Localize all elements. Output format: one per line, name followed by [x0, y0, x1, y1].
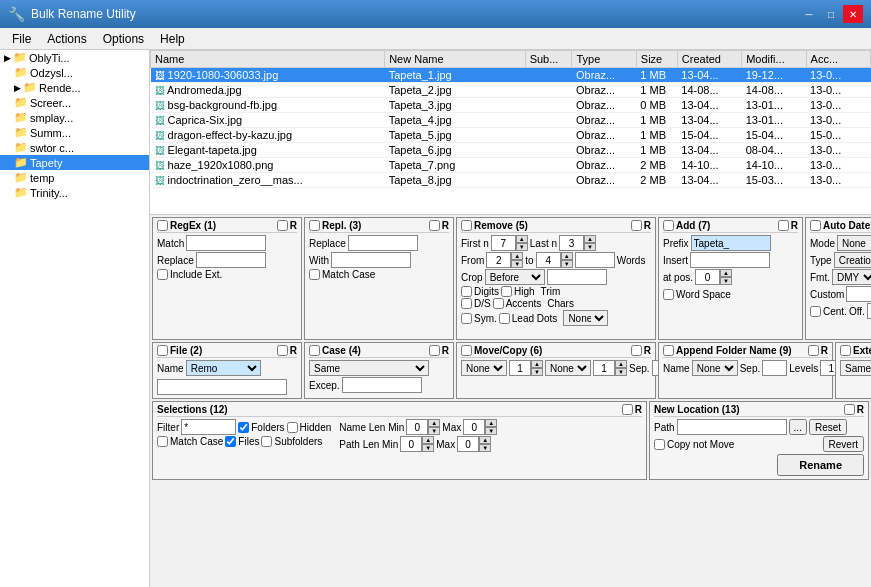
add-r[interactable] [778, 220, 789, 231]
copymove-check[interactable] [654, 439, 665, 450]
col-created[interactable]: Created [677, 51, 741, 68]
menu-options[interactable]: Options [95, 30, 152, 48]
nmx-up[interactable]: ▲ [485, 419, 497, 427]
repl-with-input[interactable] [331, 252, 411, 268]
prefix-input[interactable] [691, 235, 771, 251]
sidebar-item[interactable]: ▶ 📁 Rende... [0, 80, 149, 95]
table-row[interactable]: 🖼 Andromeda.jpg Tapeta_2.jpg Obraz... 1 … [151, 83, 871, 98]
crop-input[interactable] [547, 269, 607, 285]
matchcase-check[interactable] [157, 436, 168, 447]
from-up[interactable]: ▲ [511, 252, 523, 260]
path-browse-button[interactable]: ... [789, 419, 807, 435]
sidebar-item-tapety[interactable]: 📁 Tapety [0, 155, 149, 170]
path-input[interactable] [677, 419, 787, 435]
extension-select[interactable]: Same [840, 360, 871, 376]
menu-help[interactable]: Help [152, 30, 193, 48]
regex-match-input[interactable] [186, 235, 266, 251]
namelen-max-spin[interactable]: ▲▼ [463, 419, 497, 435]
col-size[interactable]: Size [636, 51, 677, 68]
remove-r[interactable] [631, 220, 642, 231]
include-ext-check[interactable] [157, 269, 168, 280]
atpos-spin[interactable]: ▲▼ [695, 269, 732, 285]
namelen-min-input[interactable] [406, 419, 428, 435]
revert-button[interactable]: Revert [823, 436, 864, 452]
extension-enable[interactable] [840, 345, 851, 356]
appendfolder-enable[interactable] [663, 345, 674, 356]
trim-none-select[interactable]: None [563, 310, 608, 326]
pathlen-max-input[interactable] [457, 436, 479, 452]
table-row[interactable]: 🖼 haze_1920x1080.png Tapeta_7.png Obraz.… [151, 158, 871, 173]
repl-r[interactable] [429, 220, 440, 231]
autodate-enable[interactable] [810, 220, 821, 231]
movecopy-select2[interactable]: None [545, 360, 591, 376]
folders-check[interactable] [238, 422, 249, 433]
wordspace-check[interactable] [663, 289, 674, 300]
lastn-spin[interactable]: ▲▼ [559, 235, 596, 251]
col-type[interactable]: Type [572, 51, 636, 68]
case-select[interactable]: Same [309, 360, 429, 376]
pathlen-min-input[interactable] [400, 436, 422, 452]
col-sub[interactable]: Sub... [525, 51, 572, 68]
sidebar-item[interactable]: 📁 swtor c... [0, 140, 149, 155]
from-dn[interactable]: ▼ [511, 260, 523, 268]
to-spin[interactable]: ▲▼ [536, 252, 573, 268]
namelen-min-spin[interactable]: ▲▼ [406, 419, 440, 435]
pmx-dn[interactable]: ▼ [479, 444, 491, 452]
filter-input[interactable] [181, 419, 236, 435]
regex-enable[interactable] [157, 220, 168, 231]
selections-r[interactable] [622, 404, 633, 415]
autodate-fmt-select[interactable]: DMY [832, 269, 871, 285]
file-r[interactable] [277, 345, 288, 356]
menu-file[interactable]: File [4, 30, 39, 48]
menu-actions[interactable]: Actions [39, 30, 94, 48]
sidebar-item[interactable]: 📁 Summ... [0, 125, 149, 140]
pathlen-max-spin[interactable]: ▲▼ [457, 436, 491, 452]
nml-up[interactable]: ▲ [428, 419, 440, 427]
movecopy-val2[interactable] [593, 360, 615, 376]
atpos-up[interactable]: ▲ [720, 269, 732, 277]
hidden-check[interactable] [287, 422, 298, 433]
mc-dn2[interactable]: ▼ [615, 368, 627, 376]
atpos-dn[interactable]: ▼ [720, 277, 732, 285]
sidebar-item[interactable]: ▶ 📁 OblyTi... [0, 50, 149, 65]
sidebar-item[interactable]: 📁 Trinity... [0, 185, 149, 200]
atpos-input[interactable] [695, 269, 720, 285]
lastn-dn[interactable]: ▼ [584, 243, 596, 251]
sidebar-item[interactable]: 📁 Screer... [0, 95, 149, 110]
file-list[interactable]: Name New Name Sub... Type Size Created M… [150, 50, 871, 215]
repl-enable[interactable] [309, 220, 320, 231]
pathlen-min-spin[interactable]: ▲▼ [400, 436, 434, 452]
insert-input[interactable] [690, 252, 770, 268]
movecopy-enable[interactable] [461, 345, 472, 356]
col-accessed[interactable]: Acc... [806, 51, 870, 68]
file-name-input[interactable] [157, 379, 287, 395]
remove-enable[interactable] [461, 220, 472, 231]
minimize-button[interactable]: ─ [799, 5, 819, 23]
cent-check[interactable] [810, 306, 821, 317]
off-input[interactable] [867, 303, 871, 319]
lastn-input[interactable] [559, 235, 584, 251]
movecopy-select1[interactable]: None [461, 360, 507, 376]
repl-replace-input[interactable] [348, 235, 418, 251]
table-row[interactable]: 🖼 Elegant-tapeta.jpg Tapeta_6.jpg Obraz.… [151, 143, 871, 158]
col-name[interactable]: Name [151, 51, 385, 68]
table-row[interactable]: 🖼 dragon-effect-by-kazu.jpg Tapeta_5.jpg… [151, 128, 871, 143]
autodate-type-select[interactable]: Creation (Cur... [834, 252, 871, 268]
appendfolder-r[interactable] [808, 345, 819, 356]
movecopy-val1[interactable] [509, 360, 531, 376]
table-row[interactable]: 🖼 indoctrination_zero__mas... Tapeta_8.j… [151, 173, 871, 188]
leaddots-check[interactable] [499, 313, 510, 324]
chars-input[interactable] [575, 252, 615, 268]
pmx-up[interactable]: ▲ [479, 436, 491, 444]
subfolders-check[interactable] [261, 436, 272, 447]
reset-button[interactable]: Reset [809, 419, 847, 435]
rename-button[interactable]: Rename [777, 454, 864, 476]
col-modified[interactable]: Modifi... [742, 51, 806, 68]
high-check[interactable] [501, 286, 512, 297]
col-newname[interactable]: New Name [385, 51, 525, 68]
case-enable[interactable] [309, 345, 320, 356]
from-input[interactable] [486, 252, 511, 268]
autodate-mode-select[interactable]: None [837, 235, 871, 251]
pml-dn[interactable]: ▼ [422, 444, 434, 452]
file-enable[interactable] [157, 345, 168, 356]
